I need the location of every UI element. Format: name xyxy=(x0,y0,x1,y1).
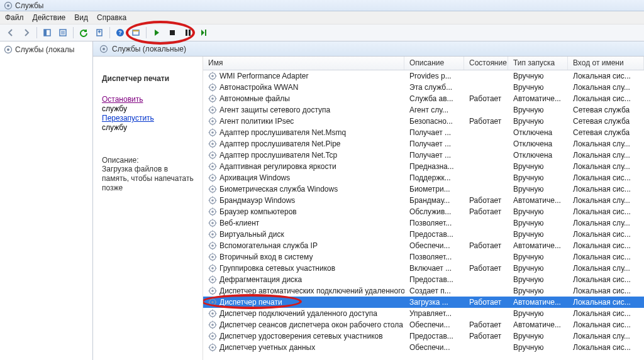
service-start: Вручную xyxy=(508,106,568,114)
table-row[interactable]: Вторичный вход в системуПозволяет...Вруч… xyxy=(203,251,644,263)
service-desc: Предостав... xyxy=(404,230,464,239)
rows-container[interactable]: WMI Performance AdapterProvides p...Вруч… xyxy=(203,70,644,360)
service-logon: Сетевая служба xyxy=(568,128,644,137)
svg-point-94 xyxy=(211,210,214,213)
list-header[interactable]: Имя Описание Состояние Тип запуска Вход … xyxy=(203,57,644,70)
help-button[interactable]: ? xyxy=(113,26,127,40)
gear-icon xyxy=(208,230,217,239)
col-logon[interactable]: Вход от имени xyxy=(568,57,644,70)
col-state[interactable]: Состояние xyxy=(464,57,508,70)
svg-point-34 xyxy=(211,97,214,100)
service-restart-button[interactable] xyxy=(197,26,211,40)
table-row[interactable]: Браузер компьютеровОбслужив...РаботаетВр… xyxy=(203,206,644,217)
table-row[interactable]: Дефрагментация дискаПредостав...ВручнуюЛ… xyxy=(203,274,644,285)
col-desc[interactable]: Описание xyxy=(404,57,464,70)
properties-button[interactable] xyxy=(56,26,70,40)
service-desc: Получает ... xyxy=(404,151,464,160)
service-stop-button[interactable] xyxy=(165,26,179,40)
table-row[interactable]: Диспетчер автоматических подключений уда… xyxy=(203,285,644,297)
service-desc: Получает ... xyxy=(404,128,464,137)
table-row[interactable]: Агент защиты сетевого доступаАгент слу..… xyxy=(203,104,644,116)
service-logon: Локальная слу... xyxy=(568,139,644,148)
nav-tree[interactable]: Службы (локалы xyxy=(0,41,93,360)
service-name: Адаптер прослушивателя Net.Msmq xyxy=(219,128,346,137)
service-name: WMI Performance Adapter xyxy=(219,72,308,80)
gear-icon xyxy=(208,241,217,250)
service-name: Диспетчер подключений удаленного доступа xyxy=(219,309,377,318)
svg-rect-16 xyxy=(205,30,206,36)
table-row[interactable]: Адаптер прослушивателя Net.TcpПолучает .… xyxy=(203,150,644,161)
table-row[interactable]: Диспетчер сеансов диспетчера окон рабоче… xyxy=(203,319,644,330)
table-row[interactable]: Диспетчер учетных данныхОбеспечи...Вручн… xyxy=(203,342,644,353)
restart-link[interactable]: Перезапустить xyxy=(102,113,194,123)
service-desc: Позволяет... xyxy=(404,219,464,227)
table-row[interactable]: Биометрическая служба WindowsБиометри...… xyxy=(203,183,644,195)
service-name: Виртуальный диск xyxy=(219,230,284,239)
stop-link[interactable]: Остановить xyxy=(102,94,194,104)
table-row[interactable]: Адаптер прослушивателя Net.MsmqПолучает … xyxy=(203,127,644,138)
service-name: Агент защиты сетевого доступа xyxy=(219,106,330,114)
refresh-button[interactable] xyxy=(77,26,91,40)
table-row[interactable]: Диспетчер удостоверения сетевых участник… xyxy=(203,330,644,342)
menu-file[interactable]: Файл xyxy=(5,13,24,22)
back-button[interactable] xyxy=(4,26,18,40)
show-hide-tree-button[interactable] xyxy=(40,26,54,40)
table-row[interactable]: Автономные файлыСлужба ав...РаботаетАвто… xyxy=(203,93,644,104)
service-desc: Загрузка ... xyxy=(404,298,464,307)
service-desc: Биометри... xyxy=(404,185,464,194)
service-state: Работает xyxy=(464,196,508,205)
export-button[interactable] xyxy=(92,26,106,40)
gear-icon xyxy=(208,253,217,261)
service-logon: Сетевая служба xyxy=(568,106,644,114)
svg-rect-14 xyxy=(186,30,187,36)
gear-icon xyxy=(208,117,217,126)
menu-view[interactable]: Вид xyxy=(74,13,88,22)
forward-button[interactable] xyxy=(19,26,33,40)
service-name: Адаптивная регулировка яркости xyxy=(219,162,336,171)
svg-point-28 xyxy=(211,86,214,89)
col-name[interactable]: Имя xyxy=(203,57,404,70)
table-row[interactable]: Автонастройка WWANЭта служб...ВручнуюЛок… xyxy=(203,82,644,93)
menu-action[interactable]: Действие xyxy=(33,13,66,22)
service-start: Автоматиче... xyxy=(508,298,568,307)
service-start: Вручную xyxy=(508,83,568,92)
service-desc: Предназна... xyxy=(404,162,464,171)
gear-icon xyxy=(208,72,217,80)
tree-root-label: Службы (локалы xyxy=(15,45,74,54)
tree-root-services[interactable]: Службы (локалы xyxy=(3,44,90,55)
service-logon: Локальная слу... xyxy=(568,151,644,160)
table-row[interactable]: Группировка сетевых участниковВключает .… xyxy=(203,263,644,274)
service-start-button[interactable] xyxy=(150,26,164,40)
table-row[interactable]: WMI Performance AdapterProvides p...Вруч… xyxy=(203,70,644,82)
table-row[interactable]: Брандмауэр WindowsБрандмау...РаботаетАвт… xyxy=(203,195,644,206)
table-row[interactable]: Диспетчер печатиЗагрузка ...РаботаетАвто… xyxy=(203,297,644,308)
service-logon: Локальная сис... xyxy=(568,173,644,182)
col-start[interactable]: Тип запуска xyxy=(508,57,568,70)
service-logon: Локальная сис... xyxy=(568,207,644,216)
service-logon: Локальная сис... xyxy=(568,320,644,329)
service-start: Отключена xyxy=(508,151,568,160)
separator xyxy=(73,27,74,38)
svg-point-18 xyxy=(7,48,9,51)
table-row[interactable]: Архивация WindowsПоддержк...ВручнуюЛокал… xyxy=(203,172,644,183)
svg-point-148 xyxy=(211,312,214,315)
table-row[interactable]: Адаптивная регулировка яркостиПредназна.… xyxy=(203,161,644,172)
service-start: Вручную xyxy=(508,185,568,194)
service-name: Биометрическая служба Windows xyxy=(219,185,338,194)
table-row[interactable]: Виртуальный дискПредостав...ВручнуюЛокал… xyxy=(203,229,644,240)
table-row[interactable]: Вспомогательная служба IPОбеспечи...Рабо… xyxy=(203,240,644,251)
table-row[interactable]: Веб-клиентПозволяет...ВручнуюЛокальная с… xyxy=(203,217,644,229)
service-name: Диспетчер учетных данных xyxy=(219,343,315,352)
table-row[interactable]: Адаптер прослушивателя Net.PipeПолучает … xyxy=(203,138,644,150)
gear-icon xyxy=(208,219,217,227)
service-start: Вручную xyxy=(508,332,568,341)
service-start: Вручную xyxy=(508,275,568,284)
svg-point-82 xyxy=(211,188,214,190)
menu-help[interactable]: Справка xyxy=(97,13,126,22)
service-pause-button[interactable] xyxy=(181,26,195,40)
view-button[interactable] xyxy=(129,26,143,40)
service-start: Автоматиче... xyxy=(508,320,568,329)
gear-icon xyxy=(208,162,217,171)
table-row[interactable]: Агент политики IPsecБезопасно...Работает… xyxy=(203,116,644,127)
table-row[interactable]: Диспетчер подключений удаленного доступа… xyxy=(203,308,644,319)
